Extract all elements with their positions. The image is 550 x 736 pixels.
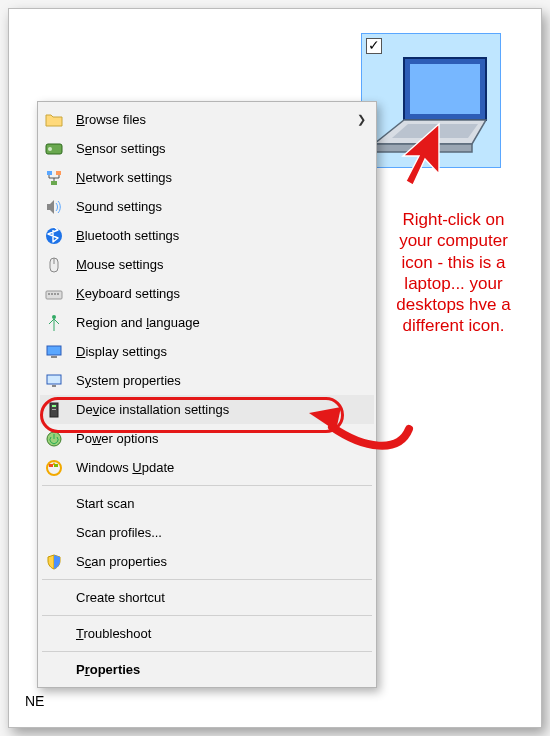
windows-update-icon <box>44 458 64 478</box>
menu-system-properties[interactable]: System properties <box>40 366 374 395</box>
menu-label: Start scan <box>76 496 366 511</box>
menu-label: Bluetooth settings <box>76 228 366 243</box>
svg-point-6 <box>48 147 52 151</box>
svg-rect-15 <box>51 293 53 295</box>
blank-icon <box>44 660 64 680</box>
svg-rect-7 <box>47 171 52 175</box>
menu-label: Browse files <box>76 112 357 127</box>
menu-label: Device installation settings <box>76 402 366 417</box>
tutorial-frame: ✓ Right-click on your computer icon - th… <box>8 8 542 728</box>
system-icon <box>44 371 64 391</box>
menu-separator <box>42 485 372 486</box>
bluetooth-icon <box>44 226 64 246</box>
folder-icon <box>44 110 64 130</box>
menu-label: System properties <box>76 373 366 388</box>
svg-rect-14 <box>48 293 50 295</box>
computer-icon-tile[interactable]: ✓ <box>361 33 501 168</box>
shield-icon <box>44 552 64 572</box>
menu-properties[interactable]: Properties <box>40 655 374 684</box>
menu-sound-settings[interactable]: Sound settings <box>40 192 374 221</box>
menu-label: Properties <box>76 662 366 677</box>
svg-rect-9 <box>51 181 57 185</box>
speaker-icon <box>44 197 64 217</box>
blank-icon <box>44 523 64 543</box>
blank-icon <box>44 588 64 608</box>
menu-sensor-settings[interactable]: Sensor settings <box>40 134 374 163</box>
menu-label: Scan profiles... <box>76 525 366 540</box>
menu-label: Scan properties <box>76 554 366 569</box>
menu-power-options[interactable]: Power options <box>40 424 374 453</box>
context-menu: Browse files ❯ Sensor settings Network s… <box>37 101 377 688</box>
menu-separator <box>42 579 372 580</box>
menu-region-language[interactable]: Region and language <box>40 308 374 337</box>
check-icon: ✓ <box>368 37 380 53</box>
menu-start-scan[interactable]: Start scan <box>40 489 374 518</box>
menu-label: Power options <box>76 431 366 446</box>
tower-icon <box>44 400 64 420</box>
menu-mouse-settings[interactable]: Mouse settings <box>40 250 374 279</box>
menu-label: Keyboard settings <box>76 286 366 301</box>
menu-label: Region and language <box>76 315 366 330</box>
menu-label: Network settings <box>76 170 366 185</box>
svg-rect-28 <box>49 464 53 467</box>
menu-label: Mouse settings <box>76 257 366 272</box>
svg-point-18 <box>52 315 56 319</box>
menu-label: Troubleshoot <box>76 626 366 641</box>
svg-rect-29 <box>54 464 58 467</box>
menu-device-installation-settings[interactable]: Device installation settings <box>40 395 374 424</box>
network-icon <box>44 168 64 188</box>
menu-create-shortcut[interactable]: Create shortcut <box>40 583 374 612</box>
svg-rect-19 <box>47 346 61 355</box>
monitor-icon <box>44 342 64 362</box>
svg-rect-24 <box>52 405 56 407</box>
menu-display-settings[interactable]: Display settings <box>40 337 374 366</box>
svg-rect-22 <box>52 385 56 387</box>
laptop-icon <box>368 52 496 165</box>
antenna-icon <box>44 313 64 333</box>
svg-rect-20 <box>51 356 57 358</box>
mouse-icon <box>44 255 64 275</box>
power-icon <box>44 429 64 449</box>
menu-separator <box>42 615 372 616</box>
menu-windows-update[interactable]: Windows Update <box>40 453 374 482</box>
menu-separator <box>42 651 372 652</box>
instruction-text: Right-click on your computer icon - this… <box>391 209 516 337</box>
sensor-icon <box>44 139 64 159</box>
svg-rect-21 <box>47 375 61 384</box>
svg-rect-17 <box>57 293 59 295</box>
menu-label: Create shortcut <box>76 590 366 605</box>
menu-scan-properties[interactable]: Scan properties <box>40 547 374 576</box>
svg-marker-3 <box>374 144 472 152</box>
menu-label: Windows Update <box>76 460 366 475</box>
menu-keyboard-settings[interactable]: Keyboard settings <box>40 279 374 308</box>
svg-rect-16 <box>54 293 56 295</box>
stray-text: NE <box>25 693 44 709</box>
menu-browse-files[interactable]: Browse files ❯ <box>40 105 374 134</box>
menu-scan-profiles[interactable]: Scan profiles... <box>40 518 374 547</box>
menu-label: Sound settings <box>76 199 366 214</box>
svg-marker-1 <box>410 64 480 114</box>
menu-troubleshoot[interactable]: Troubleshoot <box>40 619 374 648</box>
menu-label: Display settings <box>76 344 366 359</box>
blank-icon <box>44 624 64 644</box>
submenu-arrow-icon: ❯ <box>357 113 366 126</box>
menu-bluetooth-settings[interactable]: Bluetooth settings <box>40 221 374 250</box>
menu-label: Sensor settings <box>76 141 366 156</box>
svg-rect-8 <box>56 171 61 175</box>
svg-rect-25 <box>52 409 56 410</box>
keyboard-icon <box>44 284 64 304</box>
menu-network-settings[interactable]: Network settings <box>40 163 374 192</box>
blank-icon <box>44 494 64 514</box>
